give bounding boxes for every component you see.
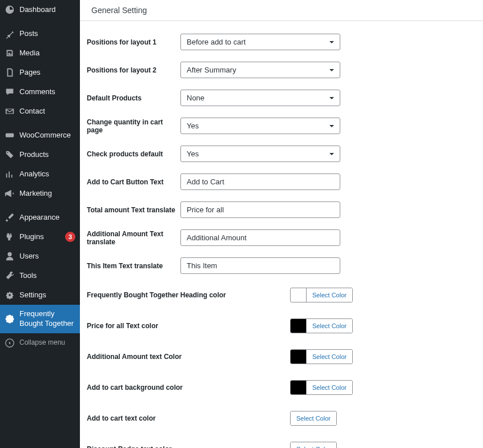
sidebar-item-pages[interactable]: Pages — [0, 63, 80, 82]
sidebar-item-label: Settings — [19, 290, 75, 300]
plugins-badge: 3 — [65, 232, 75, 242]
field-label: Add to cart background color — [84, 384, 290, 392]
heading-color-picker[interactable]: Select Color — [290, 288, 353, 302]
pages-icon — [5, 67, 15, 78]
sidebar-item-label: Users — [19, 252, 75, 261]
field-additional-amount-text: Additional Amount Text translate — [84, 224, 478, 252]
default-products-select[interactable]: None — [180, 90, 340, 106]
field-add-to-cart-button-text: Add to Cart Button Text — [84, 168, 478, 196]
sidebar-item-label: Media — [19, 49, 75, 58]
page-title: General Setting — [80, 0, 483, 21]
discount-text-color-picker[interactable]: Select Color — [290, 442, 337, 448]
field-label: Additional Amount text Color — [84, 353, 290, 361]
svg-rect-0 — [6, 133, 14, 137]
chevron-down-icon — [328, 95, 335, 102]
positions1-select[interactable]: Before add to cart — [180, 34, 340, 50]
field-label: This Item Text translate — [84, 262, 180, 270]
field-label: Frequently Bought Together Heading color — [84, 291, 290, 299]
pin-icon — [5, 29, 15, 39]
sidebar-item-label: Contact — [19, 107, 75, 116]
sidebar-item-label: Analytics — [19, 169, 75, 179]
sidebar-item-label: Appearance — [19, 213, 75, 223]
sidebar-item-label: Marketing — [19, 189, 75, 199]
settings-icon — [5, 290, 15, 300]
analytics-icon — [5, 169, 15, 179]
chevron-down-icon — [328, 151, 335, 158]
brush-icon — [5, 212, 15, 223]
sidebar-item-analytics[interactable]: Analytics — [0, 164, 80, 184]
sidebar-item-label: Plugins — [19, 232, 61, 242]
change-qty-select[interactable]: Yes — [180, 118, 340, 134]
select-color-button[interactable]: Select Color — [307, 381, 352, 394]
check-default-select[interactable]: Yes — [180, 146, 340, 162]
sidebar-item-label: Frequently Bought Together — [19, 309, 75, 329]
field-default-products: Default Products None — [84, 84, 478, 112]
sidebar-item-label: Dashboard — [19, 5, 75, 15]
admin-sidebar: Dashboard Posts Media Pages Comments Con… — [0, 0, 80, 448]
select-color-button[interactable]: Select Color — [291, 442, 336, 448]
sidebar-item-appearance[interactable]: Appearance — [0, 208, 80, 227]
field-label: Default Products — [84, 94, 180, 102]
field-total-amount-text: Total amount Text translate — [84, 196, 478, 224]
field-label: Positions for layout 1 — [84, 38, 180, 46]
field-label: Change quantity in cart page — [84, 118, 180, 134]
color-swatch — [291, 350, 307, 364]
sidebar-item-label: Tools — [19, 271, 75, 281]
products-icon — [5, 150, 15, 160]
add-to-cart-input[interactable] — [180, 173, 340, 190]
sidebar-item-media[interactable]: Media — [0, 43, 80, 63]
sidebar-item-tools[interactable]: Tools — [0, 266, 80, 285]
sidebar-item-woocommerce[interactable]: WooCommerce — [0, 126, 80, 145]
chevron-down-icon — [328, 67, 335, 74]
total-amount-input[interactable] — [180, 201, 340, 218]
sidebar-item-dashboard[interactable]: Dashboard — [0, 0, 80, 19]
sidebar-item-products[interactable]: Products — [0, 145, 80, 164]
field-label: Add to Cart Button Text — [84, 178, 180, 186]
price-all-color-picker[interactable]: Select Color — [290, 318, 353, 333]
this-item-input[interactable] — [180, 257, 340, 274]
select-color-button[interactable]: Select Color — [307, 319, 352, 333]
atc-text-color-picker[interactable]: Select Color — [290, 411, 337, 426]
woocommerce-icon — [5, 130, 15, 140]
additional-color-picker[interactable]: Select Color — [290, 349, 353, 364]
field-price-all-color: Price for all Text color Select Color — [84, 310, 478, 341]
field-additional-amount-color: Additional Amount text Color Select Colo… — [84, 341, 478, 372]
sidebar-collapse[interactable]: Collapse menu — [0, 333, 80, 353]
field-label: Add to cart text color — [84, 414, 290, 422]
sidebar-item-users[interactable]: Users — [0, 247, 80, 266]
atc-bg-color-picker[interactable]: Select Color — [290, 380, 353, 395]
sidebar-item-plugins[interactable]: Plugins 3 — [0, 227, 80, 247]
select-color-button[interactable]: Select Color — [307, 288, 352, 302]
field-this-item-text: This Item Text translate — [84, 252, 478, 280]
color-swatch — [291, 288, 307, 302]
field-label: Discount Badge text color — [84, 445, 290, 448]
field-change-quantity: Change quantity in cart page Yes — [84, 112, 478, 140]
additional-amount-input[interactable] — [180, 229, 340, 246]
field-discount-text-color: Discount Badge text color Select Color — [84, 434, 478, 448]
positions2-select[interactable]: After Summary — [180, 62, 340, 78]
field-label: Price for all Text color — [84, 322, 290, 330]
sidebar-item-marketing[interactable]: Marketing — [0, 184, 80, 203]
dashboard-icon — [5, 5, 15, 15]
field-check-products-default: Check products default Yes — [84, 140, 478, 168]
chevron-down-icon — [328, 123, 335, 130]
select-color-button[interactable]: Select Color — [307, 350, 352, 364]
field-positions-layout-2: Positions for layout 2 After Summary — [84, 56, 478, 84]
sidebar-item-fbt[interactable]: Frequently Bought Together — [0, 305, 80, 333]
field-label: Check products default — [84, 150, 180, 158]
sidebar-item-label: Posts — [19, 29, 75, 39]
sidebar-item-settings[interactable]: Settings — [0, 285, 80, 305]
wrench-icon — [5, 271, 15, 281]
sidebar-item-contact[interactable]: Contact — [0, 102, 80, 121]
chevron-down-icon — [328, 39, 335, 46]
comments-icon — [5, 87, 15, 97]
color-swatch — [291, 319, 307, 333]
sidebar-item-comments[interactable]: Comments — [0, 82, 80, 102]
gear-icon — [5, 314, 15, 324]
envelope-icon — [5, 106, 15, 116]
sidebar-item-posts[interactable]: Posts — [0, 24, 80, 43]
field-atc-bg-color: Add to cart background color Select Colo… — [84, 372, 478, 403]
select-color-button[interactable]: Select Color — [291, 411, 336, 425]
field-label: Total amount Text translate — [84, 206, 180, 214]
main-content: General Setting Positions for layout 1 B… — [80, 0, 483, 448]
